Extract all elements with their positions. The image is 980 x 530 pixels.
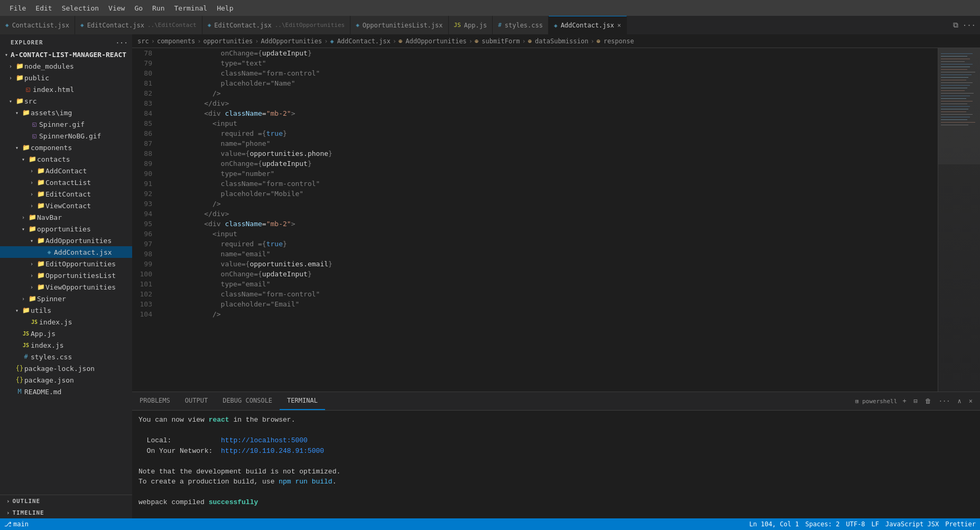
tree-spinner-gif[interactable]: ◱ Spinner.gif [0, 118, 132, 130]
tree-components[interactable]: ▾ 📁 components [0, 142, 132, 153]
menu-item-edit[interactable]: Edit [31, 2, 56, 14]
encoding-status[interactable]: UTF-8 [846, 520, 865, 528]
bc-sep: › [324, 38, 328, 45]
bc-submitform[interactable]: submitForm [482, 38, 520, 45]
menu-item-go[interactable]: Go [130, 2, 147, 14]
tree-utils-index-js[interactable]: JS index.js [0, 316, 132, 328]
tree-spinner-folder[interactable]: › 📁 Spinner [0, 293, 132, 304]
menu-item-run[interactable]: Run [148, 2, 169, 14]
tree-addopportunities[interactable]: ▾ 📁 AddOpportunities [0, 235, 132, 246]
tab-close-button[interactable]: × [617, 22, 621, 29]
tree-label: OpportunitiesList [45, 272, 116, 280]
minimap-content [938, 48, 980, 392]
tree-contactlist-folder[interactable]: › 📁 ContactList [0, 176, 132, 188]
explorer-more-icon[interactable]: ··· [116, 39, 128, 47]
bc-src[interactable]: src [137, 38, 149, 45]
panel-actions: ⊞ powershell + ⊟ 🗑 ··· ∧ × [855, 396, 980, 406]
bc-addopportunities[interactable]: AddOpportunities [261, 38, 322, 45]
tree-viewcontact-folder[interactable]: › 📁 ViewContact [0, 200, 132, 211]
close-panel-icon[interactable]: × [967, 396, 975, 406]
more-terminal-icon[interactable]: ··· [937, 396, 953, 406]
tab-editcontact2[interactable]: ◈ EditContact.jsx ..\EditOpportunities [202, 16, 350, 34]
css-icon: # [498, 22, 502, 29]
menu-item-file[interactable]: File [5, 2, 30, 14]
status-left: ⎇ main [4, 520, 29, 528]
git-branch-status[interactable]: ⎇ main [4, 520, 29, 528]
tree-package-json[interactable]: {} package.json [0, 374, 132, 386]
tab-editcontact1[interactable]: ◈ EditContact.jsx ..\EditContact [75, 16, 202, 34]
tree-readme-md[interactable]: M README.md [0, 386, 132, 397]
tab-appjs[interactable]: JS App.js [449, 16, 493, 34]
bc-response[interactable]: response [604, 38, 634, 45]
tab-output[interactable]: OUTPUT [178, 392, 215, 410]
bc-addcontact-jsx[interactable]: AddContact.jsx [337, 38, 391, 45]
language-mode-status[interactable]: JavaScript JSX [885, 520, 939, 528]
tree-public[interactable]: › 📁 public [0, 72, 132, 83]
bc-addopportunities-func[interactable]: AddOpportunities [405, 38, 467, 45]
tree-viewopportunities[interactable]: › 📁 ViewOpportunities [0, 281, 132, 293]
line-ending-status[interactable]: LF [872, 520, 879, 528]
arrow-icon: ▾ [6, 98, 15, 104]
menu-item-help[interactable]: Help [212, 2, 237, 14]
folder-icon: 📁 [27, 225, 37, 233]
tree-app-js[interactable]: JS App.js [0, 328, 132, 339]
tree-editopportunities[interactable]: › 📁 EditOpportunities [0, 258, 132, 269]
terminal-content[interactable]: You can now view react in the browser. L… [132, 411, 980, 518]
tree-opportunities[interactable]: ▾ 📁 opportunities [0, 223, 132, 235]
arrow-icon: › [19, 215, 27, 220]
tree-package-lock-json[interactable]: {} package-lock.json [0, 362, 132, 374]
code-line: /> [163, 199, 938, 209]
tab-contactlist[interactable]: ◈ ContactList.jsx [0, 16, 75, 34]
minimap [938, 48, 980, 392]
tree-node-modules[interactable]: › 📁 node_modules [0, 60, 132, 72]
tree-index-html[interactable]: ◱ index.html [0, 83, 132, 95]
tree-opportunitieslist-folder[interactable]: › 📁 OpportunitiesList [0, 269, 132, 281]
tree-src[interactable]: ▾ 📁 src [0, 95, 132, 107]
bc-sep: › [469, 38, 473, 45]
spaces-status[interactable]: Spaces: 2 [805, 520, 839, 528]
tab-opportunitieslist[interactable]: ◈ OpportunitiesList.jsx [350, 16, 448, 34]
tree-label: EditOpportunities [45, 260, 116, 268]
split-terminal-icon[interactable]: ⊟ [912, 396, 920, 406]
editor-area: src › components › opportunities › AddOp… [132, 34, 980, 518]
cursor-position-status[interactable]: Ln 104, Col 1 [750, 520, 799, 528]
tree-editcontact-folder[interactable]: › 📁 EditContact [0, 188, 132, 200]
tree-utils[interactable]: ▾ 📁 utils [0, 304, 132, 316]
tab-terminal[interactable]: TERMINAL [280, 392, 325, 410]
tree-addcontact-folder[interactable]: › 📁 AddContact [0, 165, 132, 176]
tree-root[interactable]: ▾ A-CONTACT-LIST-MANAGER-REACT [0, 49, 132, 60]
tree-label: index.js [39, 318, 72, 326]
outline-panel-header[interactable]: › OUTLINE [0, 495, 132, 507]
more-actions-icon[interactable]: ··· [963, 21, 976, 30]
menu-item-view[interactable]: View [104, 2, 129, 14]
bc-sep: › [197, 38, 201, 45]
tab-debug-console[interactable]: DEBUG CONSOLE [215, 392, 280, 410]
timeline-panel-header[interactable]: › TIMELINE [0, 507, 132, 518]
tree-contacts[interactable]: ▾ 📁 contacts [0, 153, 132, 165]
tree-assets-img[interactable]: ▾ 📁 assets\img [0, 107, 132, 118]
tab-problems[interactable]: PROBLEMS [132, 392, 178, 410]
tree-label: assets\img [31, 109, 72, 117]
code-line: className="form-control" [163, 179, 938, 189]
menu-item-selection[interactable]: Selection [58, 2, 103, 14]
tree-addcontact-jsx[interactable]: ◈ AddContact.jsx [0, 246, 132, 258]
bc-components[interactable]: components [157, 38, 195, 45]
split-editor-icon[interactable]: ⧉ [953, 21, 958, 30]
tree-index-js[interactable]: JS index.js [0, 339, 132, 351]
menu-item-terminal[interactable]: Terminal [170, 2, 212, 14]
tree-navbar[interactable]: › 📁 NavBar [0, 211, 132, 223]
tab-subtitle: ..\EditContact [147, 22, 197, 29]
kill-terminal-icon[interactable]: 🗑 [923, 396, 933, 406]
bc-opportunities[interactable]: opportunities [203, 38, 253, 45]
new-terminal-button[interactable]: + [900, 396, 908, 406]
tab-addcontact[interactable]: ◈ AddContact.jsx × [549, 16, 627, 34]
tree-styles-css[interactable]: # styles.css [0, 351, 132, 362]
code-content[interactable]: onChange={updateInput} type="text" class… [158, 48, 938, 392]
maximize-panel-icon[interactable]: ∧ [956, 396, 964, 406]
formatter-status[interactable]: Prettier [945, 520, 976, 528]
tree-spinnernobg-gif[interactable]: ◱ SpinnerNoBG.gif [0, 130, 132, 142]
terminal-line-webpack: webpack compiled successfully [138, 497, 974, 508]
folder-icon: 📁 [21, 109, 31, 116]
bc-datasubmission[interactable]: dataSubmission [535, 38, 588, 45]
tab-stylescss[interactable]: # styles.css [493, 16, 549, 34]
